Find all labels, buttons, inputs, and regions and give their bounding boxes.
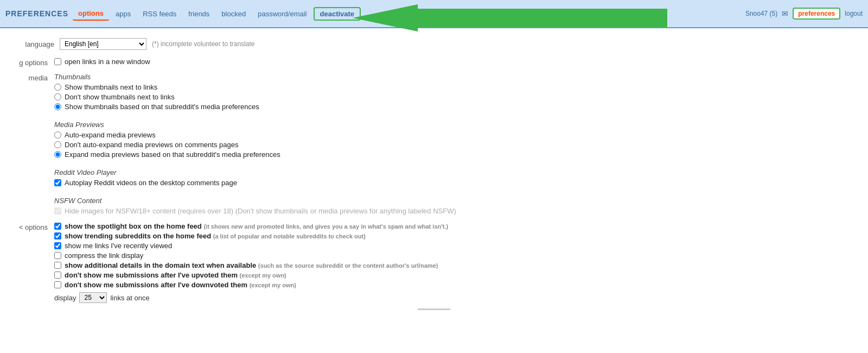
- nsfw-hide-label: Hide images for NSFW/18+ content (requir…: [65, 207, 456, 215]
- list-item: Expand media previews based on that subr…: [54, 150, 857, 159]
- domain-details-label: show additional details in the domain te…: [65, 261, 438, 269]
- list-item: Don't show thumbnails next to links: [54, 93, 857, 101]
- spotlight-label: show the spotlight box on the home feed …: [65, 222, 448, 230]
- display-select[interactable]: 25 50 100: [79, 292, 107, 303]
- preview-auto-radio[interactable]: [54, 131, 61, 138]
- list-item: Don't auto-expand media previews on comm…: [54, 141, 857, 149]
- list-item: Hide images for NSFW/18+ content (requir…: [54, 207, 857, 215]
- thumb-subreddit-radio[interactable]: [54, 103, 61, 110]
- scrollbar-indicator: [418, 308, 450, 310]
- tab-friends[interactable]: friends: [183, 8, 215, 20]
- list-item: open links in a new window: [54, 58, 857, 66]
- list-item: don't show me submissions after I've upv…: [54, 271, 857, 279]
- hide-downvoted-label: don't show me submissions after I've dow…: [65, 281, 296, 289]
- hide-downvoted-checkbox[interactable]: [54, 281, 61, 288]
- front-options-label: < options: [11, 222, 54, 303]
- spotlight-subtext: (it shows new and promoted links, and gi…: [203, 223, 448, 230]
- language-label: language: [11, 40, 54, 48]
- language-select[interactable]: English [en]: [60, 38, 146, 50]
- hide-upvoted-label: don't show me submissions after I've upv…: [65, 271, 286, 279]
- list-item: compress the link display: [54, 251, 857, 260]
- recently-viewed-checkbox[interactable]: [54, 242, 61, 249]
- autoplay-video-label: Autoplay Reddit videos on the desktop co…: [65, 179, 237, 187]
- media-section: media Thumbnails Show thumbnails next to…: [11, 73, 857, 217]
- list-item: Show thumbnails next to links: [54, 83, 857, 91]
- list-item: show the spotlight box on the home feed …: [54, 222, 857, 230]
- thumb-subreddit-label: Show thumbnails based on that subreddit'…: [65, 103, 259, 111]
- media-content: Thumbnails Show thumbnails next to links…: [54, 73, 857, 217]
- preview-nocomments-label: Don't auto-expand media previews on comm…: [65, 141, 238, 149]
- media-label: media: [11, 73, 54, 217]
- list-item: show me links I've recently viewed: [54, 242, 857, 250]
- list-item: Auto-expand media previews: [54, 131, 857, 139]
- tab-blocked[interactable]: blocked: [216, 8, 251, 20]
- open-links-checkbox[interactable]: [54, 58, 61, 65]
- tab-password-email[interactable]: password/email: [252, 8, 312, 20]
- trending-checkbox[interactable]: [54, 232, 61, 239]
- trending-subtext: (a list of popular and notable subreddit…: [213, 233, 366, 239]
- tab-options[interactable]: options: [73, 7, 109, 21]
- trending-label: show trending subreddits on the home fee…: [65, 232, 366, 240]
- display-label: display: [54, 294, 76, 302]
- mail-icon[interactable]: ✉: [782, 9, 788, 18]
- thumbnails-title: Thumbnails: [54, 73, 857, 81]
- list-item: show trending subreddits on the home fee…: [54, 232, 857, 240]
- previews-title: Media Previews: [54, 121, 857, 129]
- display-suffix: links at once: [110, 294, 149, 302]
- front-options-section: < options show the spotlight box on the …: [11, 222, 857, 303]
- thumb-none-radio[interactable]: [54, 93, 61, 100]
- thumb-off-label: Show thumbnails next to links: [65, 83, 157, 91]
- compress-label: compress the link display: [65, 251, 143, 260]
- front-options-content: show the spotlight box on the home feed …: [54, 222, 857, 303]
- nsfw-hide-checkbox[interactable]: [54, 207, 61, 215]
- preview-auto-label: Auto-expand media previews: [65, 131, 156, 139]
- preview-nocomments-radio[interactable]: [54, 141, 61, 148]
- header: PREFERENCES options apps RSS feeds frien…: [0, 0, 868, 28]
- autoplay-video-checkbox[interactable]: [54, 179, 61, 186]
- list-item: don't show me submissions after I've dow…: [54, 281, 857, 289]
- language-row: language English [en] (*) incomplete vol…: [11, 38, 857, 50]
- list-item: Autoplay Reddit videos on the desktop co…: [54, 179, 857, 187]
- display-row: display 25 50 100 links at once: [54, 292, 857, 303]
- domain-details-subtext: (such as the source subreddit or the con…: [258, 262, 438, 269]
- page-title: PREFERENCES: [5, 9, 68, 18]
- tab-rss-feeds[interactable]: RSS feeds: [137, 8, 182, 20]
- tab-apps[interactable]: apps: [110, 8, 136, 20]
- preview-subreddit-label: Expand media previews based on that subr…: [65, 150, 280, 159]
- hide-upvoted-subtext: (except my own): [240, 272, 286, 279]
- language-note: (*) incomplete volunteer to translate: [152, 40, 254, 48]
- global-options-label: g options: [11, 58, 54, 67]
- thumb-none-label: Don't show thumbnails next to links: [65, 93, 175, 101]
- list-item: show additional details in the domain te…: [54, 261, 857, 269]
- global-options-content: open links in a new window: [54, 58, 857, 67]
- open-links-label: open links in a new window: [65, 58, 150, 66]
- hide-upvoted-checkbox[interactable]: [54, 272, 61, 279]
- tab-deactivate[interactable]: deactivate: [314, 7, 361, 21]
- nav-tabs: options apps RSS feeds friends blocked p…: [73, 7, 745, 21]
- main-content: language English [en] (*) incomplete vol…: [0, 28, 868, 326]
- global-options-section: g options open links in a new window: [11, 58, 857, 67]
- hide-downvoted-subtext: (except my own): [250, 282, 296, 288]
- thumb-off-radio[interactable]: [54, 84, 61, 91]
- nsfw-title: NSFW Content: [54, 197, 857, 205]
- header-right: Snoo47 (5) ✉ preferences logout: [745, 8, 863, 20]
- list-item: Show thumbnails based on that subreddit'…: [54, 103, 857, 111]
- user-info: Snoo47 (5): [745, 10, 777, 17]
- recently-viewed-label: show me links I've recently viewed: [65, 242, 172, 250]
- video-title: Reddit Video Player: [54, 168, 857, 177]
- preferences-button[interactable]: preferences: [793, 8, 840, 20]
- preview-subreddit-radio[interactable]: [54, 151, 61, 158]
- domain-details-checkbox[interactable]: [54, 262, 61, 269]
- spotlight-checkbox[interactable]: [54, 223, 61, 230]
- logout-link[interactable]: logout: [845, 10, 863, 17]
- compress-checkbox[interactable]: [54, 252, 61, 259]
